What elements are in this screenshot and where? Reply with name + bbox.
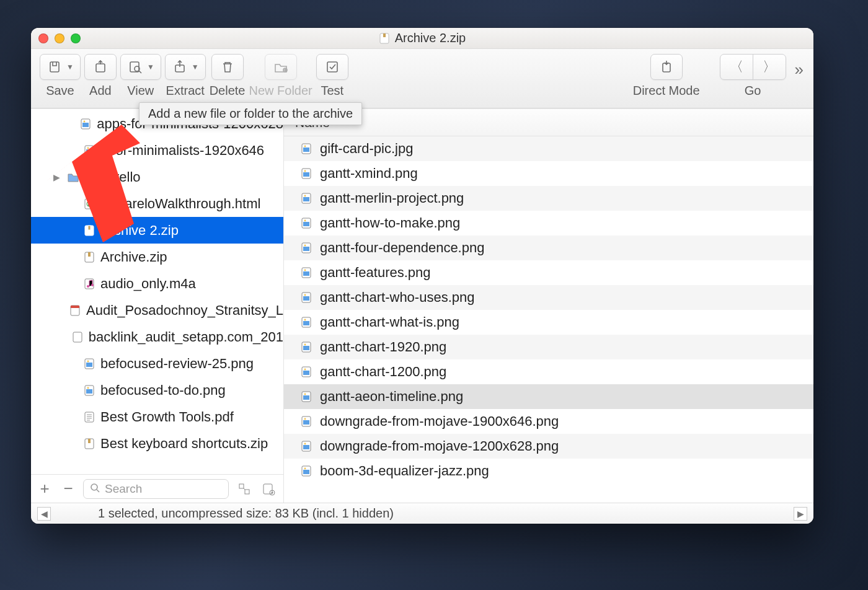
archive-icon bbox=[379, 32, 390, 45]
preview-tool-button[interactable] bbox=[260, 482, 278, 496]
file-row[interactable]: gift-card-pic.jpg bbox=[284, 136, 813, 161]
tree-item[interactable]: AquareloWalkthrough.html bbox=[31, 190, 283, 217]
save-button[interactable]: ▼ bbox=[40, 54, 81, 80]
zoom-window-button[interactable] bbox=[71, 33, 81, 43]
file-row[interactable]: gantt-chart-1920.png bbox=[284, 335, 813, 359]
image-icon bbox=[300, 291, 312, 304]
tree-item-label: Best Growth Tools.pdf bbox=[100, 409, 234, 425]
delete-button[interactable] bbox=[211, 54, 244, 80]
go-forward-button[interactable]: 〉 bbox=[753, 54, 786, 80]
pane-collapse-left-button[interactable]: ◀ bbox=[37, 507, 51, 521]
sidebar-footer: + − Search bbox=[31, 474, 283, 503]
extract-button[interactable]: ▼ bbox=[165, 54, 206, 80]
tree-item-label: befocused-to-do.png bbox=[100, 382, 226, 398]
file-name: gantt-how-to-make.png bbox=[320, 215, 460, 231]
image-icon bbox=[300, 167, 312, 180]
image-icon bbox=[300, 216, 312, 230]
file-row[interactable]: gantt-how-to-make.png bbox=[284, 211, 813, 236]
svg-rect-40 bbox=[239, 484, 244, 488]
search-input[interactable]: Search bbox=[83, 479, 229, 499]
direct-mode-button[interactable] bbox=[650, 54, 683, 80]
toolbar-direct-mode: Direct Mode bbox=[633, 54, 700, 98]
file-row[interactable]: downgrade-from-mojave-1200x628.png bbox=[284, 434, 813, 459]
minimize-window-button[interactable] bbox=[55, 33, 64, 43]
tree-item[interactable]: audio_only.m4a bbox=[31, 270, 283, 297]
tree-item[interactable]: befocused-review-25.png bbox=[31, 350, 283, 377]
file-row[interactable]: gantt-chart-who-uses.png bbox=[284, 285, 813, 310]
tree-item[interactable]: Best keyboard shortcuts.zip bbox=[31, 430, 283, 457]
add-item-button[interactable]: + bbox=[36, 479, 53, 498]
image-icon bbox=[300, 315, 312, 329]
generic-icon bbox=[71, 330, 84, 344]
image-icon bbox=[300, 142, 312, 156]
image-icon bbox=[300, 192, 312, 205]
svg-point-32 bbox=[87, 360, 89, 362]
tree-item-label: aquarello bbox=[84, 169, 141, 185]
toolbar: ▼ Save Add ▼ View ▼ Extract bbox=[31, 49, 813, 108]
file-row[interactable]: gantt-merlin-project.png bbox=[284, 186, 813, 211]
file-row[interactable]: gantt-chart-what-is.png bbox=[284, 310, 813, 335]
svg-point-65 bbox=[304, 294, 306, 296]
compress-tool-button[interactable] bbox=[235, 482, 254, 496]
file-name: gantt-aeon-timeline.png bbox=[320, 389, 463, 405]
html-icon bbox=[83, 197, 95, 211]
tree-item[interactable]: Archive 2.zip bbox=[31, 217, 283, 244]
close-window-button[interactable] bbox=[38, 33, 48, 43]
test-button[interactable] bbox=[316, 54, 348, 80]
tree-item[interactable]: ▶aquarello bbox=[31, 164, 283, 190]
toolbar-overflow-button[interactable]: » bbox=[790, 54, 806, 79]
svg-rect-12 bbox=[82, 123, 89, 127]
image-icon bbox=[83, 357, 95, 371]
file-name: gantt-features.png bbox=[320, 265, 431, 281]
tree-item[interactable]: Best Growth Tools.pdf bbox=[31, 403, 283, 430]
image-icon bbox=[83, 144, 95, 157]
svg-point-53 bbox=[304, 195, 306, 197]
svg-rect-49 bbox=[303, 172, 309, 177]
new-folder-button[interactable] bbox=[265, 54, 297, 80]
svg-rect-2 bbox=[50, 62, 59, 72]
svg-point-26 bbox=[91, 284, 94, 286]
tree-item[interactable]: Audit_Posadochnoy_Stranitsy_L bbox=[31, 297, 283, 324]
svg-rect-55 bbox=[303, 222, 309, 226]
pane-collapse-right-button[interactable]: ▶ bbox=[794, 507, 807, 521]
toolbar-label: Delete bbox=[210, 84, 246, 98]
toolbar-label: New Folder bbox=[249, 84, 312, 98]
file-row[interactable]: gantt-xmind.png bbox=[284, 161, 813, 186]
disclosure-triangle-icon[interactable]: ▶ bbox=[53, 172, 62, 182]
tree-item[interactable]: Archive.zip bbox=[31, 244, 283, 270]
tree-item[interactable]: befocused-to-do.png bbox=[31, 377, 283, 403]
file-row[interactable]: gantt-aeon-timeline.png bbox=[284, 384, 813, 409]
svg-point-39 bbox=[91, 484, 97, 490]
file-tree[interactable]: apps-for-minimalists-1200x628s-for-minim… bbox=[31, 109, 283, 474]
view-button[interactable]: ▼ bbox=[120, 54, 161, 80]
svg-rect-85 bbox=[303, 470, 309, 474]
add-button[interactable] bbox=[84, 54, 117, 80]
file-row[interactable]: gantt-features.png bbox=[284, 260, 813, 285]
toolbar-test: Test bbox=[316, 54, 348, 98]
file-row[interactable]: downgrade-from-mojave-1900x646.png bbox=[284, 409, 813, 434]
column-header-name[interactable]: Name bbox=[284, 109, 813, 136]
file-row[interactable]: gantt-chart-1200.png bbox=[284, 359, 813, 384]
go-back-button[interactable]: 〈 bbox=[720, 54, 753, 80]
toolbar-save: ▼ Save bbox=[40, 54, 81, 98]
tree-item[interactable]: backlink_audit_setapp.com_201 bbox=[31, 324, 283, 350]
svg-rect-61 bbox=[303, 271, 309, 276]
svg-point-44 bbox=[272, 491, 273, 493]
svg-point-68 bbox=[304, 319, 306, 321]
tree-item[interactable]: s-for-minimalists-1920x646 bbox=[31, 137, 283, 164]
remove-item-button[interactable]: − bbox=[60, 479, 77, 498]
chevron-down-icon: ▼ bbox=[147, 63, 154, 71]
svg-rect-31 bbox=[86, 363, 92, 367]
svg-rect-17 bbox=[85, 199, 94, 209]
file-list[interactable]: gift-card-pic.jpggantt-xmind.pnggantt-me… bbox=[284, 136, 813, 503]
toolbar-label: Extract bbox=[166, 84, 205, 98]
svg-rect-67 bbox=[303, 321, 309, 325]
file-row[interactable]: gantt-four-dependence.png bbox=[284, 236, 813, 260]
tree-item-label: s-for-minimalists-1920x646 bbox=[100, 143, 264, 159]
window-title: Archive 2.zip bbox=[395, 31, 466, 45]
svg-rect-73 bbox=[303, 371, 309, 375]
file-row[interactable]: boom-3d-equalizer-jazz.png bbox=[284, 459, 813, 483]
tree-item-label: Audit_Posadochnoy_Stranitsy_L bbox=[86, 302, 283, 319]
image-icon bbox=[79, 117, 92, 131]
file-name: gantt-chart-who-uses.png bbox=[320, 289, 474, 306]
